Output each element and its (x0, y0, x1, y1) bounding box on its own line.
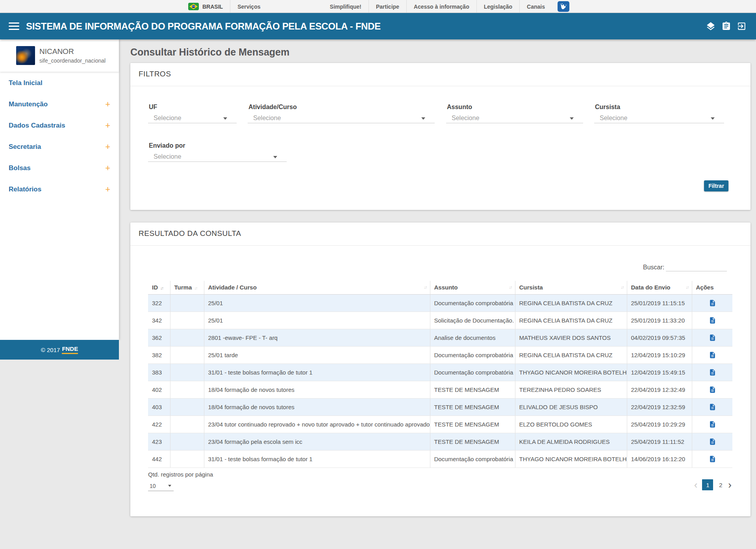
cell-cursista: MATHEUS XAVIER DOS SANTOS (515, 329, 627, 346)
previous-page-icon[interactable]: ‹ (694, 479, 698, 490)
view-message-button[interactable] (708, 350, 718, 360)
column-header-data-envio[interactable]: Data do Envio↓↑ (627, 281, 692, 294)
cell-actions (692, 346, 732, 364)
view-message-button[interactable] (708, 419, 718, 429)
sidebar-item-tela-inicial[interactable]: Tela Inicial (0, 72, 119, 94)
expand-plus-icon[interactable]: + (105, 100, 110, 109)
cell-actions (692, 381, 732, 398)
table-row: 32225/01Documentação comprobatóriaREGINA… (148, 294, 732, 312)
view-message-button[interactable] (708, 402, 718, 412)
view-message-button[interactable] (708, 454, 718, 464)
sort-icon[interactable]: ↓↑ (424, 285, 427, 289)
cell-id: 442 (148, 450, 170, 467)
cell-atividade-curso: 25/01 tarde (204, 346, 430, 364)
expand-plus-icon[interactable]: + (105, 164, 110, 172)
vlibras-hands-icon (558, 1, 569, 12)
next-page-icon[interactable]: › (728, 479, 732, 490)
assunto-select[interactable]: Selecione (446, 113, 583, 123)
enviado-por-select[interactable]: Selecione (148, 152, 287, 162)
uf-select[interactable]: Selecione (148, 113, 237, 123)
cell-id: 423 (148, 433, 170, 450)
expand-plus-icon[interactable]: + (105, 185, 110, 194)
column-header-assunto[interactable]: Assunto↓↑ (430, 281, 515, 294)
expand-plus-icon[interactable]: + (105, 121, 110, 130)
cursista-select[interactable]: Selecione (594, 113, 724, 123)
page-button-2[interactable]: 2 (718, 482, 723, 488)
column-header-acoes: Ações (692, 281, 732, 294)
vlibras-button[interactable] (558, 0, 569, 13)
cell-id: 342 (148, 312, 170, 329)
filtrar-button[interactable]: Filtrar (704, 180, 728, 191)
filter-field-cursista: Cursista Selecione (594, 104, 724, 127)
document-icon (709, 317, 716, 324)
gov-link-participe[interactable]: Participe (369, 0, 406, 13)
assignment-icon[interactable] (721, 21, 731, 32)
per-page-select[interactable]: 10 (148, 481, 174, 491)
cell-actions (692, 329, 732, 346)
table-row: 3622801 -ewave- FPE - T- arqAnalise de d… (148, 329, 732, 346)
sidebar-item-secretaria[interactable]: Secretaria + (0, 136, 119, 158)
sort-icon[interactable]: ↓↑ (509, 285, 512, 289)
fnde-link[interactable]: FNDE (62, 345, 78, 354)
cell-assunto: Documentação comprobatória (430, 450, 515, 467)
cell-data-envio: 25/04/2019 10:29:29 (627, 415, 692, 433)
results-card: RESULTADO DA CONSULTA Buscar: ID↓↑ Turma… (130, 223, 750, 516)
sidebar: NICANOR sife_coordenador_nacional Tela I… (0, 39, 119, 340)
sidebar-item-dados-cadastrais[interactable]: Dados Cadastrais + (0, 115, 119, 136)
cell-cursista: ELZO BERTOLDO GOMES (515, 415, 627, 433)
cell-actions (692, 415, 732, 433)
menu-hamburger-icon[interactable] (9, 22, 19, 30)
sort-icon[interactable]: ↓↑ (686, 285, 689, 289)
cell-turma (170, 433, 204, 450)
user-card: NICANOR sife_coordenador_nacional (0, 39, 119, 72)
gov-link-legislacao[interactable]: Legislação (476, 0, 519, 13)
gov-link-servicos[interactable]: Serviços (230, 0, 267, 13)
cell-id: 403 (148, 398, 170, 415)
sidebar-item-bolsas[interactable]: Bolsas + (0, 158, 119, 179)
view-message-button[interactable] (708, 298, 718, 308)
gov-link-simplifique[interactable]: Simplifique! (323, 0, 369, 13)
view-message-button[interactable] (708, 436, 718, 447)
view-message-button[interactable] (708, 367, 718, 377)
app-header: SISTEMA DE INFORMAÇÃO DO PROGRAMA FORMAÇ… (0, 13, 756, 39)
user-name: NICANOR (39, 47, 74, 56)
sort-icon[interactable]: ↓↑ (194, 286, 197, 290)
column-header-cursista[interactable]: Cursista↓↑ (515, 281, 627, 294)
table-header-row: ID↓↑ Turma↓↑ Atividade / Curso↓↑ Assunto… (148, 281, 732, 294)
column-header-atividade-curso[interactable]: Atividade / Curso↓↑ (204, 281, 430, 294)
document-icon (709, 438, 716, 445)
atividade-curso-select[interactable]: Selecione (248, 113, 435, 123)
app-title: SISTEMA DE INFORMAÇÃO DO PROGRAMA FORMAÇ… (26, 21, 381, 32)
cell-turma (170, 312, 204, 329)
cell-atividade-curso: 23/04 tutor continuado reprovado + novo … (204, 415, 430, 433)
view-message-button[interactable] (708, 315, 718, 325)
copyright-text: © 2017 (41, 347, 60, 353)
expand-plus-icon[interactable]: + (105, 143, 110, 151)
sort-icon[interactable]: ↓↑ (621, 285, 624, 289)
table-row: 44231/01 - teste bolsas formação de tuto… (148, 450, 732, 467)
sidebar-item-relatorios[interactable]: Relatórios + (0, 179, 119, 200)
layers-icon[interactable] (706, 21, 716, 32)
logout-icon[interactable] (736, 21, 747, 32)
column-header-turma[interactable]: Turma↓↑ (170, 281, 204, 294)
column-header-id[interactable]: ID↓↑ (148, 281, 170, 294)
cell-actions (692, 364, 732, 381)
cell-data-envio: 12/04/2019 15:49:15 (627, 364, 692, 381)
cell-cursista: ELIVALDO DE JESUS BISPO (515, 398, 627, 415)
view-message-button[interactable] (708, 384, 718, 395)
cell-turma (170, 294, 204, 312)
view-message-button[interactable] (708, 332, 718, 343)
results-card-title: RESULTADO DA CONSULTA (139, 229, 241, 238)
sort-icon[interactable]: ↓↑ (160, 286, 163, 290)
sidebar-item-manutencao[interactable]: Manutenção + (0, 94, 119, 115)
page-title: Consultar Histórico de Mensagem (130, 46, 289, 58)
page-button-1[interactable]: 1 (702, 479, 713, 490)
cell-atividade-curso: 31/01 - teste bolsas formação de tutor 1 (204, 364, 430, 381)
cell-assunto: TESTE DE MENSAGEM (430, 381, 515, 398)
cell-cursista: TEREZINHA PEDRO SOARES (515, 381, 627, 398)
brasil-gov-link[interactable]: BRASIL (188, 0, 230, 13)
gov-link-acesso-informacao[interactable]: Acesso à informação (406, 0, 476, 13)
search-input[interactable] (666, 260, 727, 271)
gov-link-canais[interactable]: Canais (519, 0, 552, 13)
brasil-label: BRASIL (202, 4, 223, 10)
